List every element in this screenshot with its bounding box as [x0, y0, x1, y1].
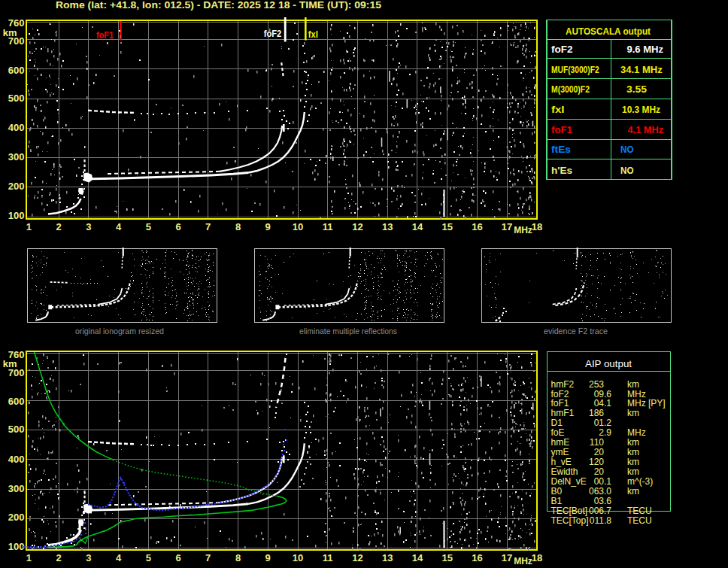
- svg-text:00: 00: [594, 476, 605, 487]
- svg-text:foF1: foF1: [96, 30, 114, 41]
- svg-text:NO: NO: [620, 144, 633, 155]
- svg-text:18: 18: [532, 552, 542, 563]
- svg-text:4: 4: [116, 552, 122, 563]
- svg-text:MHz: MHz: [627, 427, 646, 438]
- svg-text:18: 18: [532, 221, 542, 232]
- svg-text:hmF2: hmF2: [551, 379, 575, 390]
- svg-text:original ionogram resized: original ionogram resized: [75, 327, 164, 336]
- svg-text:km: km: [627, 447, 639, 457]
- svg-text:500: 500: [8, 93, 25, 104]
- svg-text:MHz: MHz: [627, 398, 646, 409]
- svg-text:Rome (lat: +41.8, lon: 012.5): Rome (lat: +41.8, lon: 012.5) - DATE: 20…: [56, 0, 381, 11]
- svg-text:AUTOSCALA output: AUTOSCALA output: [566, 26, 651, 37]
- svg-text:011: 011: [590, 515, 604, 526]
- svg-text:foF2: foF2: [551, 44, 573, 55]
- svg-text:foF1: foF1: [551, 124, 572, 135]
- svg-text:AIP output: AIP output: [585, 359, 632, 369]
- svg-text:foF2: foF2: [551, 389, 569, 399]
- svg-text:253: 253: [589, 379, 604, 390]
- svg-text:500: 500: [8, 424, 25, 435]
- svg-text:hmF1: hmF1: [551, 408, 575, 418]
- svg-text:11: 11: [323, 552, 333, 563]
- svg-text:200: 200: [8, 181, 25, 192]
- svg-text:100: 100: [8, 541, 25, 552]
- svg-text:186: 186: [589, 408, 604, 418]
- svg-text:14: 14: [412, 552, 423, 563]
- svg-text:MHz: MHz: [627, 389, 646, 399]
- svg-text:.8: .8: [604, 515, 611, 526]
- svg-text:3: 3: [86, 552, 91, 563]
- svg-text:12: 12: [352, 552, 362, 563]
- svg-text:2: 2: [56, 221, 61, 232]
- svg-text:20: 20: [594, 447, 605, 457]
- svg-text:9: 9: [265, 552, 271, 563]
- svg-text:6: 6: [175, 221, 180, 232]
- svg-text:120: 120: [589, 457, 604, 467]
- svg-text:km: km: [627, 457, 639, 467]
- svg-text:Ewidth: Ewidth: [551, 466, 578, 477]
- svg-text:16: 16: [472, 221, 482, 232]
- svg-text:600: 600: [8, 65, 25, 76]
- svg-text:foF2: foF2: [264, 29, 282, 39]
- svg-text:foE: foE: [551, 427, 565, 438]
- svg-text:300: 300: [8, 151, 25, 163]
- svg-text:.0: .0: [604, 486, 611, 497]
- svg-text:TECU: TECU: [627, 515, 652, 526]
- svg-text:m^(-3): m^(-3): [627, 476, 653, 487]
- svg-text:10: 10: [293, 552, 303, 563]
- svg-text:400: 400: [8, 122, 25, 133]
- svg-text:M(3000)F2: M(3000)F2: [551, 84, 590, 95]
- svg-text:.1: .1: [604, 476, 611, 487]
- svg-text:17: 17: [502, 552, 512, 563]
- svg-text:MUF(3000)F2: MUF(3000)F2: [551, 64, 599, 75]
- svg-text:600: 600: [8, 396, 25, 407]
- svg-text:5: 5: [146, 221, 151, 232]
- svg-text:km: km: [627, 408, 639, 418]
- svg-text:ymE: ymE: [551, 447, 569, 457]
- svg-text:fxI: fxI: [551, 104, 565, 115]
- svg-text:.9: .9: [604, 427, 611, 438]
- svg-text:km: km: [627, 486, 639, 497]
- svg-text:300: 300: [8, 483, 25, 494]
- svg-text:1: 1: [26, 552, 32, 563]
- svg-text:MHz: MHz: [514, 556, 532, 566]
- svg-text:TECU: TECU: [627, 506, 652, 516]
- svg-text:B0: B0: [551, 486, 563, 497]
- svg-text:.2: .2: [604, 418, 611, 428]
- svg-text:h_vE: h_vE: [551, 457, 572, 467]
- svg-text:100: 100: [8, 210, 25, 221]
- svg-text:34.1 MHz: 34.1 MHz: [620, 64, 663, 75]
- svg-text:eliminate multiple reflections: eliminate multiple reflections: [299, 327, 397, 336]
- svg-text:3: 3: [86, 221, 91, 232]
- svg-text:13: 13: [382, 552, 393, 563]
- svg-text:B1: B1: [551, 496, 563, 506]
- svg-text:15: 15: [441, 221, 452, 232]
- svg-text:17: 17: [502, 221, 512, 232]
- svg-text:5: 5: [146, 552, 151, 563]
- svg-text:ftEs: ftEs: [551, 144, 571, 155]
- svg-text:11: 11: [323, 221, 333, 232]
- svg-text:110: 110: [590, 437, 604, 448]
- svg-text:foF1: foF1: [551, 398, 569, 409]
- svg-text:1: 1: [26, 221, 32, 232]
- svg-text:10.3 MHz: 10.3 MHz: [622, 104, 660, 115]
- svg-text:12: 12: [352, 221, 362, 232]
- svg-text:20: 20: [594, 466, 605, 477]
- svg-text:13: 13: [382, 221, 393, 232]
- svg-text:h'Es: h'Es: [551, 165, 572, 176]
- svg-text:.1: .1: [604, 398, 611, 409]
- svg-text:MHz: MHz: [514, 225, 532, 235]
- svg-text:TEC[Top]: TEC[Top]: [551, 515, 589, 526]
- svg-text:fxI: fxI: [308, 29, 318, 40]
- svg-text:16: 16: [472, 552, 482, 563]
- svg-text:.7: .7: [604, 506, 611, 516]
- svg-text:15: 15: [441, 552, 452, 563]
- svg-text:TEC[Bot]: TEC[Bot]: [551, 506, 588, 516]
- svg-text:006: 006: [589, 506, 604, 516]
- svg-text:9: 9: [265, 221, 271, 232]
- svg-text:.6: .6: [604, 389, 611, 399]
- svg-text:km: km: [3, 358, 17, 369]
- svg-text:400: 400: [8, 454, 25, 465]
- svg-text:01: 01: [594, 418, 605, 428]
- svg-text:4.1 MHz: 4.1 MHz: [628, 124, 664, 135]
